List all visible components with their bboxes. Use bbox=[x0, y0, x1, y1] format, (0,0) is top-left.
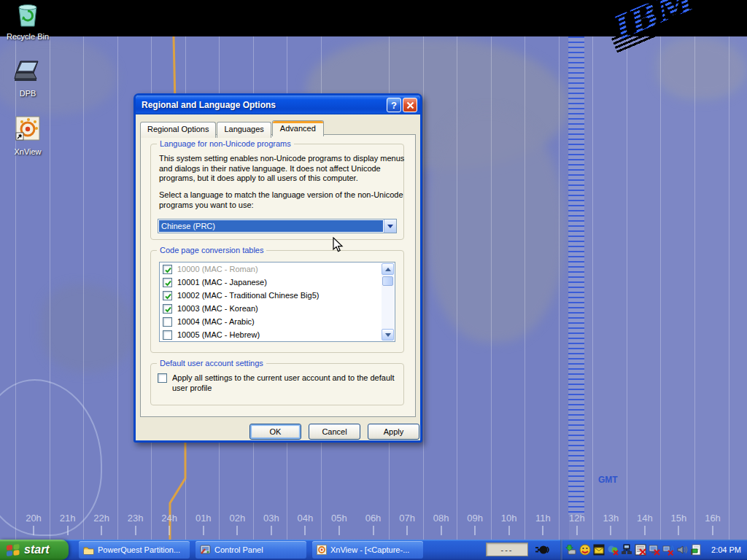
scrollbar-thumb[interactable] bbox=[382, 276, 393, 286]
group-caption: Code page conversion tables bbox=[157, 246, 266, 254]
codepage-row[interactable]: 10001 (MAC - Japanese) bbox=[160, 276, 395, 289]
msn-offline-icon[interactable] bbox=[607, 544, 619, 556]
timezone-label: 01h bbox=[196, 513, 212, 524]
codepage-row[interactable]: 10005 (MAC - Hebrew) bbox=[160, 328, 395, 341]
tab-regional-options[interactable]: Regional Options bbox=[140, 122, 216, 138]
codepage-checkbox[interactable] bbox=[163, 278, 172, 287]
chevron-down-icon bbox=[385, 333, 391, 337]
help-button[interactable]: ? bbox=[387, 98, 401, 112]
network-hub-icon[interactable] bbox=[621, 544, 632, 556]
timezone-tick bbox=[304, 526, 306, 535]
codepage-checkbox[interactable] bbox=[163, 265, 172, 274]
desktop-icon-xnview[interactable]: XnView bbox=[0, 115, 55, 156]
codepage-checkbox[interactable] bbox=[163, 304, 172, 314]
timezone-label: 02h bbox=[229, 513, 245, 524]
desktop-icon-dpb[interactable]: DPB bbox=[0, 60, 55, 98]
language-dropdown[interactable]: Chinese (PRC) bbox=[158, 219, 397, 233]
timezone-tick bbox=[474, 526, 476, 535]
scroll-up-button[interactable] bbox=[382, 263, 394, 275]
timezone-tick bbox=[542, 526, 543, 535]
windows-flag-icon bbox=[6, 543, 20, 557]
non-unicode-description: This system setting enables non-Unicode … bbox=[159, 154, 406, 184]
timezone-label: 20h bbox=[26, 513, 42, 524]
codepage-label: 10003 (MAC - Korean) bbox=[177, 304, 258, 313]
task-xnview[interactable]: XnView - [<Capture-... bbox=[312, 541, 423, 559]
timezone-tick bbox=[135, 526, 136, 535]
desktop-icon-recycle-bin[interactable]: Recycle Bin bbox=[0, 3, 55, 41]
timezone-label: 07h bbox=[399, 513, 415, 524]
timezone-tick bbox=[169, 526, 170, 535]
taskbar: start PowerQuest Partition... Control Pa… bbox=[0, 540, 747, 560]
tab-advanced[interactable]: Advanced bbox=[272, 120, 324, 136]
codepage-row[interactable]: 10000 (MAC - Roman) bbox=[160, 262, 395, 276]
non-unicode-instruction: Select a language to match the language … bbox=[159, 190, 406, 210]
system-tray: 2:04 PM bbox=[560, 540, 747, 560]
desktop-icon-label: DPB bbox=[0, 89, 55, 98]
list-scrollbar[interactable] bbox=[382, 263, 394, 341]
codepage-row[interactable]: 10004 (MAC - Arabic) bbox=[160, 315, 395, 328]
timezone-tick bbox=[508, 526, 510, 535]
close-button[interactable] bbox=[403, 98, 417, 112]
task-control-panel[interactable]: Control Panel bbox=[196, 541, 306, 559]
tab-languages[interactable]: Languages bbox=[217, 122, 271, 138]
close-icon bbox=[406, 101, 414, 109]
timezone-tick bbox=[236, 526, 238, 535]
timezone-tick bbox=[203, 526, 204, 535]
power-plug-icon[interactable] bbox=[535, 543, 550, 556]
timezone-tick bbox=[373, 526, 374, 535]
codepage-label: 10002 (MAC - Traditional Chinese Big5) bbox=[177, 291, 319, 300]
codepage-label: 10005 (MAC - Hebrew) bbox=[177, 330, 260, 339]
volume-icon[interactable] bbox=[676, 544, 688, 556]
xnview-icon bbox=[15, 133, 41, 145]
task-label: Control Panel bbox=[214, 545, 263, 554]
dialog-titlebar[interactable]: Regional and Language Options ? bbox=[136, 96, 420, 114]
timezone-label: 16h bbox=[705, 513, 721, 524]
group-non-unicode: Language for non-Unicode programs This s… bbox=[150, 144, 404, 240]
recycle-bin-icon bbox=[15, 18, 41, 30]
apply-button[interactable]: Apply bbox=[368, 424, 419, 440]
phone-agent-icon[interactable] bbox=[579, 544, 591, 556]
code-page-list[interactable]: 10000 (MAC - Roman)10001 (MAC - Japanese… bbox=[159, 262, 395, 342]
ok-button[interactable]: OK bbox=[249, 424, 301, 440]
remove-hardware-icon[interactable] bbox=[565, 544, 577, 556]
group-caption: Language for non-Unicode programs bbox=[157, 139, 294, 148]
timezone-label: 15h bbox=[671, 513, 687, 524]
task-powerquest[interactable]: PowerQuest Partition... bbox=[79, 541, 190, 559]
timezone-label: 21h bbox=[60, 513, 76, 524]
task-scheduler-icon[interactable] bbox=[690, 544, 702, 556]
timezone-label: 06h bbox=[365, 513, 382, 524]
start-button[interactable]: start bbox=[0, 540, 69, 560]
codepage-checkbox[interactable] bbox=[163, 317, 172, 327]
timezone-label: 24h bbox=[161, 513, 177, 524]
codepage-label: 10000 (MAC - Roman) bbox=[177, 265, 258, 273]
cancel-button[interactable]: Cancel bbox=[309, 424, 360, 440]
folder-icon bbox=[83, 545, 94, 555]
mail-notify-icon[interactable] bbox=[593, 544, 605, 556]
battery-meter[interactable]: --- bbox=[486, 542, 528, 556]
network-error-icon[interactable] bbox=[635, 544, 646, 556]
language-dropdown-value: Chinese (PRC) bbox=[159, 220, 383, 232]
clock[interactable]: 2:04 PM bbox=[711, 540, 741, 560]
timezone-tick bbox=[644, 526, 646, 535]
codepage-checkbox[interactable] bbox=[163, 291, 172, 300]
laptop-icon bbox=[12, 74, 44, 87]
dropdown-button[interactable] bbox=[384, 219, 396, 233]
group-caption: Default user account settings bbox=[157, 359, 266, 368]
task-label: PowerQuest Partition... bbox=[98, 545, 180, 554]
codepage-checkbox[interactable] bbox=[163, 330, 172, 340]
codepage-row[interactable]: 10002 (MAC - Traditional Chinese Big5) bbox=[160, 289, 395, 302]
timezone-label: 14h bbox=[637, 513, 653, 524]
computer-offline-icon[interactable] bbox=[649, 544, 660, 556]
timezone-label: 23h bbox=[128, 513, 144, 524]
timezone-label: 09h bbox=[467, 513, 483, 524]
apply-all-settings-checkbox[interactable] bbox=[158, 373, 167, 383]
group-code-pages: Code page conversion tables 10000 (MAC -… bbox=[150, 250, 404, 353]
codepage-row[interactable]: 10003 (MAC - Korean) bbox=[160, 302, 395, 315]
start-label: start bbox=[24, 543, 50, 556]
timezone-tick bbox=[67, 526, 69, 535]
scroll-down-button[interactable] bbox=[382, 329, 394, 341]
timezone-tick bbox=[610, 526, 611, 535]
regional-language-options-dialog: Regional and Language Options ? Regional… bbox=[133, 93, 422, 443]
timezone-label: 05h bbox=[331, 513, 347, 524]
remote-offline-icon[interactable] bbox=[662, 544, 674, 556]
